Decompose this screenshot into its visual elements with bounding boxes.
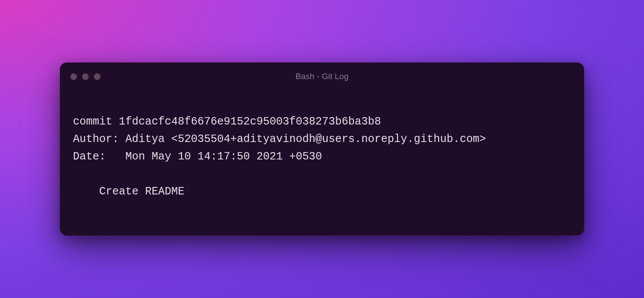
author-line: Author: Aditya <52035504+adityavinodh@us… xyxy=(73,133,486,146)
message-line: Create README xyxy=(73,185,184,198)
traffic-lights xyxy=(70,73,100,80)
date-line: Date: Mon May 10 14:17:50 2021 +0530 xyxy=(73,150,322,163)
minimize-icon[interactable] xyxy=(82,73,89,80)
window-title: Bash - Git Log xyxy=(70,72,574,81)
terminal-window: Bash - Git Log commit 1fdcacfc48f6676e91… xyxy=(60,62,584,236)
maximize-icon[interactable] xyxy=(94,73,100,80)
commit-line: commit 1fdcacfc48f6676e9152c95003f038273… xyxy=(73,115,381,128)
close-icon[interactable] xyxy=(70,73,77,80)
terminal-body[interactable]: commit 1fdcacfc48f6676e9152c95003f038273… xyxy=(60,87,584,236)
title-bar: Bash - Git Log xyxy=(60,62,584,87)
